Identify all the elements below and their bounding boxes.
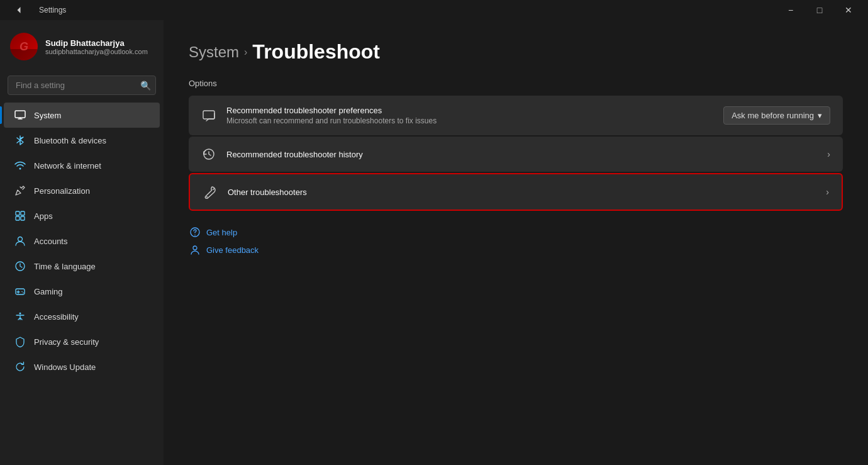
dropdown-button[interactable]: Ask me before running ▾ (723, 106, 830, 125)
sidebar-item-accounts[interactable]: Accounts (4, 228, 160, 254)
give-feedback-label: Give feedback (206, 245, 259, 255)
svg-rect-5 (21, 216, 25, 220)
wrench-icon (203, 184, 218, 199)
svg-rect-3 (21, 211, 25, 215)
history-icon (201, 147, 216, 162)
svg-rect-12 (203, 111, 214, 119)
option-other-troubleshooters[interactable]: Other troubleshooters › (189, 173, 843, 211)
option-title-other: Other troubleshooters (228, 188, 307, 197)
maximize-button[interactable]: □ (805, 0, 834, 20)
svg-rect-2 (16, 211, 19, 215)
search-input[interactable] (8, 76, 156, 95)
minimize-button[interactable]: − (776, 0, 805, 20)
option-recommended-history[interactable]: Recommended troubleshooter history › (189, 137, 843, 172)
user-name: Sudip Bhattacharjya (45, 38, 148, 48)
search-box: 🔍 (8, 76, 156, 95)
sidebar-item-apps[interactable]: Apps (4, 203, 160, 228)
svg-point-11 (19, 313, 21, 315)
search-icon: 🔍 (140, 81, 151, 91)
back-button[interactable] (5, 0, 34, 20)
chat-icon (201, 108, 216, 123)
svg-point-6 (18, 237, 23, 242)
avatar: G (10, 33, 38, 60)
update-icon (14, 361, 26, 373)
bluetooth-icon (14, 134, 26, 147)
user-section: G Sudip Bhattacharjya sudipbhattacharjya… (0, 20, 164, 73)
svg-point-16 (194, 235, 196, 236)
option-recommended-prefs[interactable]: Recommended troubleshooter preferences M… (189, 96, 843, 135)
svg-point-17 (193, 246, 197, 250)
sidebar-item-update[interactable]: Windows Update (4, 354, 160, 379)
app-container: G Sudip Bhattacharjya sudipbhattacharjya… (0, 20, 868, 465)
user-email: sudipbhattacharjya@outlook.com (45, 48, 148, 55)
svg-point-1 (19, 168, 21, 170)
sidebar-label-gaming: Gaming (34, 287, 63, 296)
sidebar-label-bluetooth: Bluetooth & devices (34, 136, 106, 145)
sidebar-nav: System Bluetooth & devices (0, 103, 164, 379)
sidebar-item-gaming[interactable]: Gaming (4, 279, 160, 304)
personalization-icon (14, 184, 26, 197)
apps-icon (14, 210, 26, 222)
chevron-down-icon: ▾ (818, 111, 822, 120)
option-title-history: Recommended troubleshooter history (226, 150, 363, 159)
sidebar-item-bluetooth[interactable]: Bluetooth & devices (4, 128, 160, 153)
sidebar-item-personalization[interactable]: Personalization (4, 178, 160, 203)
user-info: Sudip Bhattacharjya sudipbhattacharjya@o… (45, 38, 148, 55)
give-feedback-link[interactable]: Give feedback (189, 244, 843, 256)
window-controls: − □ ✕ (776, 0, 863, 20)
breadcrumb-parent: System (189, 43, 239, 61)
sidebar-label-personalization: Personalization (34, 186, 90, 196)
content-area: System › Troubleshoot Options Recomme (164, 20, 868, 465)
sidebar-label-system: System (34, 111, 61, 120)
breadcrumb: System › Troubleshoot (189, 40, 843, 64)
svg-point-14 (206, 196, 208, 198)
sidebar-item-system[interactable]: System (4, 103, 160, 128)
svg-rect-0 (15, 111, 25, 118)
sidebar-item-network[interactable]: Network & internet (4, 153, 160, 178)
time-icon (14, 260, 26, 272)
svg-point-9 (21, 291, 23, 293)
sidebar-label-apps: Apps (34, 211, 53, 221)
breadcrumb-separator: › (244, 47, 247, 58)
feedback-icon (189, 244, 201, 256)
system-icon (14, 109, 26, 121)
sidebar: G Sudip Bhattacharjya sudipbhattacharjya… (0, 20, 164, 465)
get-help-label: Get help (206, 228, 237, 237)
sidebar-label-network: Network & internet (34, 161, 101, 171)
network-icon (14, 159, 26, 172)
section-label: Options (189, 79, 843, 88)
options-list: Recommended troubleshooter preferences M… (189, 96, 843, 211)
sidebar-label-accessibility: Accessibility (34, 312, 79, 322)
option-desc-prefs: Microsoft can recommend and run troubles… (226, 116, 437, 125)
option-title-prefs: Recommended troubleshooter preferences (226, 106, 437, 115)
privacy-icon (14, 335, 26, 348)
app-title: Settings (39, 6, 66, 14)
dropdown-label: Ask me before running (732, 111, 814, 120)
sidebar-label-accounts: Accounts (34, 237, 67, 246)
sidebar-item-time[interactable]: Time & language (4, 254, 160, 279)
chevron-right-icon-2: › (826, 187, 829, 197)
sidebar-item-accessibility[interactable]: Accessibility (4, 304, 160, 329)
accessibility-icon (14, 310, 26, 323)
svg-point-10 (23, 293, 24, 294)
svg-rect-4 (16, 216, 19, 220)
get-help-link[interactable]: Get help (189, 226, 843, 238)
titlebar-left: Settings (5, 0, 66, 20)
breadcrumb-current: Troubleshoot (252, 40, 380, 64)
chevron-right-icon: › (827, 149, 830, 159)
help-icon (189, 226, 201, 238)
sidebar-label-privacy: Privacy & security (34, 337, 99, 347)
sidebar-label-time: Time & language (34, 262, 96, 271)
close-button[interactable]: ✕ (834, 0, 863, 20)
links-section: Get help Give feedback (189, 226, 843, 256)
accounts-icon (14, 235, 26, 247)
titlebar: Settings − □ ✕ (0, 0, 868, 20)
sidebar-label-update: Windows Update (34, 362, 96, 372)
sidebar-item-privacy[interactable]: Privacy & security (4, 329, 160, 354)
gaming-icon (14, 285, 26, 298)
